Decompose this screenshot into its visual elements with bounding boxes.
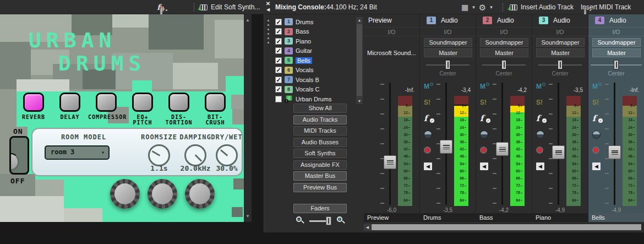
track-row-urban-drums[interactable]: iUrban Drums xyxy=(275,94,356,104)
fx-icon[interactable]: f✓ xyxy=(424,113,433,122)
track-checkbox[interactable] xyxy=(275,67,282,73)
faders-button[interactable]: Faders xyxy=(293,204,347,213)
filter-audio-tracks[interactable]: Audio Tracks xyxy=(293,115,347,124)
io-button[interactable]: I/O xyxy=(476,27,532,36)
monitor-icon[interactable]: ◀ xyxy=(424,162,432,170)
track-name[interactable]: Piano xyxy=(296,38,311,45)
fader-handle[interactable] xyxy=(608,145,621,159)
fader-handle[interactable] xyxy=(384,155,396,169)
track-row-bass[interactable]: 2Bass xyxy=(275,27,356,37)
output-bus-button[interactable]: Master xyxy=(592,48,641,57)
track-name[interactable]: Vocals C xyxy=(296,86,319,93)
soundmapper-button[interactable]: Soundmapper xyxy=(424,38,472,47)
output-bus-button[interactable]: Master xyxy=(480,48,528,57)
scroll-up-icon[interactable]: ▲ xyxy=(244,18,252,23)
mute-icon[interactable]: M xyxy=(424,83,433,91)
fader-handle[interactable] xyxy=(552,145,565,159)
soundmapper-button[interactable]: Soundmapper xyxy=(536,38,585,47)
track-row-piano[interactable]: 3Piano xyxy=(275,36,356,46)
macro-knob-2[interactable] xyxy=(148,179,177,209)
tracklist-scrollbar[interactable]: ▲ ▼ xyxy=(356,17,363,104)
filter-audio-busses[interactable]: Audio Busses xyxy=(293,138,347,147)
monitor-icon[interactable]: ◀ xyxy=(592,162,601,170)
solo-icon[interactable]: S! xyxy=(480,99,489,107)
output-bus-button[interactable]: Master xyxy=(536,48,585,57)
fader-track[interactable] xyxy=(614,83,615,205)
output-device[interactable]: Microsoft Sound... xyxy=(367,48,418,57)
pan-handle[interactable] xyxy=(558,60,563,69)
roomsize-knob[interactable] xyxy=(148,144,170,166)
mixer-horizontal-scrollbar[interactable]: ◀ xyxy=(364,224,644,231)
fader-handle[interactable] xyxy=(496,142,509,156)
filter-soft-synths[interactable]: Soft Synths xyxy=(293,149,347,158)
gear-dropdown-icon[interactable]: ▾ xyxy=(490,4,493,10)
output-bus-button[interactable]: Master xyxy=(424,48,472,57)
mixer-channel-bass[interactable]: 2Audio I/O Soundmapper Master Center M S… xyxy=(476,14,532,222)
insert-audio-track-button[interactable]: Insert Audio Track xyxy=(521,3,574,11)
distortion-button[interactable] xyxy=(168,93,189,112)
scroll-up-icon[interactable]: ▲ xyxy=(356,18,363,22)
zoom-out-button[interactable]: − xyxy=(296,216,304,225)
pan-control[interactable]: Center xyxy=(420,59,476,78)
aux-send-icon[interactable] xyxy=(424,131,432,139)
fader-track[interactable] xyxy=(558,83,559,205)
scrollbar-thumb[interactable] xyxy=(372,224,641,230)
scrollbar-thumb[interactable] xyxy=(357,24,362,96)
track-name[interactable]: Drums xyxy=(296,19,313,25)
track-name[interactable]: Vocals B xyxy=(296,77,319,83)
monitor-icon[interactable]: ◀ xyxy=(480,162,488,170)
mixer-channel-piano[interactable]: 3Audio I/O Soundmapper Master Center M S… xyxy=(532,14,588,222)
track-name[interactable]: Bass xyxy=(296,28,309,35)
zoom-in-button[interactable]: + xyxy=(337,216,345,225)
record-icon[interactable] xyxy=(536,147,543,154)
track-checkbox[interactable] xyxy=(275,57,282,64)
fx-icon[interactable]: f✓ xyxy=(480,113,489,122)
insert-midi-track-button[interactable]: Insert MIDI Track xyxy=(581,3,631,11)
solo-icon[interactable]: S! xyxy=(536,99,545,107)
track-checkbox[interactable] xyxy=(275,38,282,45)
room-model-dropdown[interactable]: room 3▾ xyxy=(45,145,110,160)
reverb-button[interactable] xyxy=(23,93,44,112)
mixer-channel-drums[interactable]: 1Audio I/O Soundmapper Master Center M S… xyxy=(420,14,476,222)
delay-button[interactable] xyxy=(59,93,80,112)
pan-handle[interactable] xyxy=(445,60,450,69)
pan-handle[interactable] xyxy=(614,60,619,69)
pan-control[interactable]: Center xyxy=(532,59,588,78)
zoom-slider-handle[interactable] xyxy=(326,216,331,225)
fx-icon[interactable]: f✓ xyxy=(592,113,602,122)
monitor-icon[interactable]: ◀ xyxy=(536,162,544,170)
mute-icon[interactable]: M xyxy=(536,83,545,91)
io-button[interactable]: I/O xyxy=(532,27,588,36)
aux-send-icon[interactable] xyxy=(592,131,601,139)
filter-assignable-fx[interactable]: Assignable FX xyxy=(293,160,347,170)
track-row-vocals-c[interactable]: 8Vocals C xyxy=(275,85,356,95)
track-row-bells[interactable]: 5Bells xyxy=(275,56,356,66)
track-name[interactable]: Bells xyxy=(296,57,312,64)
eq-pitch-button[interactable] xyxy=(132,93,153,112)
soundmapper-button[interactable]: Soundmapper xyxy=(592,38,641,47)
aux-send-icon[interactable] xyxy=(480,131,488,139)
fx-icon[interactable]: f✓ xyxy=(536,113,545,122)
filter-midi-tracks[interactable]: MIDI Tracks xyxy=(293,126,347,135)
damping-knob[interactable] xyxy=(184,144,206,166)
filter-preview-bus[interactable]: Preview Bus xyxy=(293,183,347,192)
filter-master-bus[interactable]: Master Bus xyxy=(293,171,347,181)
io-button[interactable]: I/O xyxy=(364,27,419,36)
macro-knob-1[interactable] xyxy=(110,179,140,209)
grid-dropdown-icon[interactable]: ▾ xyxy=(472,4,475,10)
mixer-channel-bells[interactable]: 4Audio I/O Soundmapper Master Center M S… xyxy=(588,14,644,222)
mixer-channel-preview[interactable]: Preview I/O Microsoft Sound... -Inf. 612… xyxy=(364,14,420,222)
io-button[interactable]: I/O xyxy=(588,27,644,36)
channel-name[interactable]: Bass xyxy=(476,213,532,222)
record-icon[interactable] xyxy=(480,147,487,154)
track-row-drums[interactable]: 1Drums xyxy=(275,17,356,27)
pan-control[interactable]: Center xyxy=(476,59,532,78)
power-switch[interactable] xyxy=(9,136,29,175)
track-checkbox[interactable] xyxy=(275,47,282,54)
mute-icon[interactable]: M xyxy=(592,83,602,91)
fader-track[interactable] xyxy=(389,83,391,205)
track-checkbox[interactable] xyxy=(275,86,282,93)
edit-soft-synth-button[interactable]: Edit Soft Synth... xyxy=(211,3,260,11)
track-row-vocals-b[interactable]: 7Vocals B xyxy=(275,75,356,85)
mute-icon[interactable]: M xyxy=(480,83,489,91)
